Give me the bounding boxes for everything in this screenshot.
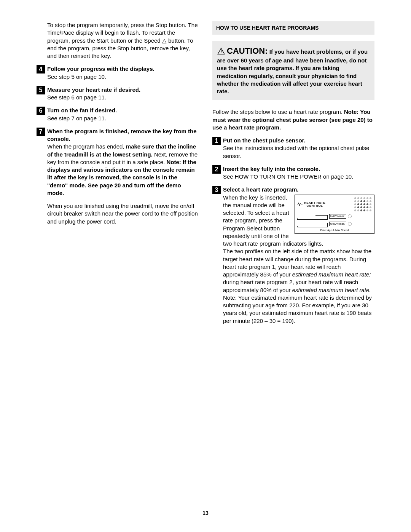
svg-rect-2 — [221, 50, 221, 52]
step-title: Select a heart rate program. — [223, 186, 374, 193]
indicator-led — [348, 214, 352, 218]
diagram-footer: Enter Age & Max Speed — [297, 228, 372, 232]
led-matrix — [354, 197, 372, 212]
step-body: When the program has ended, make sure th… — [47, 143, 199, 197]
step-body: When you are finished using the treadmil… — [47, 202, 199, 225]
heart-rate-diagram: HEART RATE CONTROL — [295, 195, 374, 234]
step-number-badge: 6 — [37, 107, 45, 115]
text: Note: Your estimated maximum heart rate … — [223, 294, 372, 324]
step-title: Turn on the fan if desired. — [47, 107, 199, 114]
step-title: Put on the chest pulse sensor. — [223, 137, 374, 144]
warning-icon — [217, 47, 225, 57]
step-4: 4 Follow your progress with the displays… — [37, 65, 199, 81]
label-80: to 80% max. — [329, 222, 346, 226]
step-number-badge: 7 — [37, 128, 45, 136]
italic-text: estimated maximum heart rate; — [292, 271, 371, 278]
right-column: HOW TO USE HEART RATE PROGRAMS CAUTION: … — [212, 21, 374, 330]
step-title: Follow your progress with the displays. — [47, 65, 199, 73]
svg-rect-3 — [221, 53, 221, 53]
step-number-badge: 2 — [212, 165, 221, 174]
step-7: 7 When the program is finished, remove t… — [37, 128, 199, 225]
step-body: See step 6 on page 11. — [47, 94, 199, 101]
diagram-title-2: CONTROL — [304, 204, 325, 208]
profile-85 — [297, 213, 328, 220]
hr-step-1: 1 Put on the chest pulse sensor. See the… — [212, 137, 374, 160]
step-title: When the program is finished, remove the… — [47, 128, 199, 143]
page-number: 13 — [0, 510, 411, 517]
step-number-badge: 3 — [212, 186, 221, 194]
hr-step-3: 3 Select a heart rate program. HEART RAT… — [212, 186, 374, 325]
step-body: The two profiles on the left side of the… — [223, 248, 374, 325]
step-title: Insert the key fully into the console. — [223, 165, 374, 173]
step-body: See step 5 on page 10. — [47, 73, 199, 81]
italic-text: estimated maximum heart rate. — [292, 287, 371, 293]
text: When the program has ended, — [47, 143, 126, 150]
step-body: See step 7 on page 11. — [47, 115, 199, 122]
left-column: To stop the program temporarily, press t… — [37, 21, 199, 330]
caution-box: CAUTION: If you have heart problems, or … — [212, 41, 374, 100]
step-5: 5 Measure your heart rate if desired. Se… — [37, 86, 199, 102]
step-6: 6 Turn on the fan if desired. See step 7… — [37, 107, 199, 122]
step-number-badge: 4 — [37, 65, 45, 73]
hr-step-2: 2 Insert the key fully into the console.… — [212, 165, 374, 181]
step-body: See HOW TO TURN ON THE POWER on page 10. — [223, 173, 374, 181]
profile-80 — [297, 221, 328, 227]
left-intro: To stop the program temporarily, press t… — [37, 21, 199, 60]
section-heading: HOW TO USE HEART RATE PROGRAMS — [212, 21, 374, 35]
indicator-led — [348, 222, 352, 226]
step-title: Measure your heart rate if desired. — [47, 86, 199, 94]
step-number-badge: 1 — [212, 137, 221, 145]
label-85: to 85% max. — [329, 214, 346, 218]
heartbeat-icon — [297, 201, 303, 208]
manual-page: To stop the program temporarily, press t… — [0, 0, 411, 532]
caution-word: CAUTION: — [227, 46, 268, 56]
step-body: See the instructions included with the o… — [223, 144, 374, 160]
step-number-badge: 5 — [37, 86, 45, 94]
right-intro: Follow the steps below to use a heart ra… — [212, 108, 374, 131]
text: Follow the steps below to use a heart ra… — [212, 109, 344, 115]
wrap-block: HEART RATE CONTROL — [223, 194, 374, 248]
